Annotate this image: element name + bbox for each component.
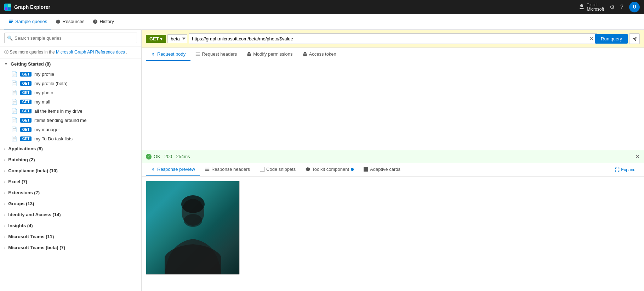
tab-request-headers[interactable]: Request headers	[190, 48, 242, 61]
category-batching-label: Batching (2)	[8, 157, 35, 162]
category-microsoft-teams-beta[interactable]: › Microsoft Teams (beta) (7)	[0, 242, 141, 253]
response-close-button[interactable]: ✕	[635, 153, 640, 160]
method-button[interactable]: GET ▾	[146, 35, 166, 43]
right-panel: GET ▾ beta v1.0 ✕ Run query Request body	[142, 30, 644, 291]
category-microsoft-teams-label: Microsoft Teams (11)	[8, 234, 54, 239]
chevron-right-icon: ›	[4, 169, 5, 173]
tab-response-preview-label: Response preview	[157, 167, 195, 172]
list-item[interactable]: 📄 GET my mail	[0, 97, 141, 106]
sidebar-scroll: ▼ Getting Started (8) 📄 GET my profile 📄…	[0, 58, 141, 291]
chevron-right-icon: ›	[4, 246, 5, 250]
category-extensions[interactable]: › Extensions (7)	[0, 187, 141, 198]
category-microsoft-teams-beta-label: Microsoft Teams (beta) (7)	[8, 245, 65, 250]
category-identity-access[interactable]: › Identity and Access (14)	[0, 209, 141, 220]
ok-circle-icon: ✓	[146, 154, 152, 160]
query-label: my photo	[34, 90, 53, 95]
share-button[interactable]	[629, 33, 640, 44]
category-compliance-beta[interactable]: › Compliance (beta) (10)	[0, 165, 141, 176]
brand-icon	[4, 4, 11, 11]
doc-icon: 📄	[11, 136, 17, 141]
doc-icon: 📄	[11, 71, 17, 77]
list-item[interactable]: 📄 GET my To Do task lists	[0, 134, 141, 143]
tab-adaptive-cards-label: Adaptive cards	[370, 167, 400, 172]
list-item[interactable]: 📄 GET my profile	[0, 69, 141, 79]
query-label: my profile (beta)	[34, 81, 68, 86]
tab-adaptive-cards[interactable]: Adaptive cards	[359, 163, 405, 176]
tab-response-headers[interactable]: Response headers	[200, 163, 255, 176]
url-input[interactable]	[189, 33, 597, 44]
category-applications[interactable]: › Applications (8)	[0, 143, 141, 154]
method-label: GET	[149, 36, 159, 41]
avatar[interactable]: U	[629, 2, 640, 12]
tab-code-snippets-label: Code snippets	[266, 167, 296, 172]
query-label: my To Do task lists	[34, 136, 73, 141]
category-groups[interactable]: › Groups (13)	[0, 198, 141, 209]
sidebar: 🔍 ⓘ See more queries in the Microsoft Gr…	[0, 30, 142, 291]
url-bar: GET ▾ beta v1.0 ✕ Run query	[142, 30, 644, 48]
tab-modify-permissions[interactable]: Modify permissions	[242, 48, 297, 61]
tab-response-headers-label: Response headers	[211, 167, 250, 172]
svg-marker-5	[306, 167, 310, 171]
list-item[interactable]: 📄 GET my photo	[0, 88, 141, 97]
status-ok: ✓ OK - 200 - 254ms	[146, 154, 190, 160]
expand-button[interactable]: Expand	[611, 167, 640, 172]
tab-request-body-label: Request body	[157, 51, 186, 57]
list-item[interactable]: 📄 GET my profile (beta)	[0, 79, 141, 88]
response-area: ✓ OK - 200 - 254ms ✕ Response preview Re…	[142, 150, 644, 291]
version-select[interactable]: beta v1.0	[167, 34, 187, 43]
search-input[interactable]	[4, 33, 137, 43]
tab-sample-queries-label: Sample queries	[15, 19, 47, 24]
tab-history[interactable]: History	[89, 14, 118, 29]
category-excel-label: Excel (7)	[8, 179, 27, 184]
tab-access-token[interactable]: Access token	[298, 48, 341, 61]
getting-started-queries: 📄 GET my profile 📄 GET my profile (beta)…	[0, 69, 141, 143]
status-text: OK - 200 - 254ms	[154, 154, 190, 159]
method-badge: GET	[20, 127, 32, 132]
query-label: my mail	[34, 99, 50, 105]
method-badge: GET	[20, 72, 32, 77]
category-excel[interactable]: › Excel (7)	[0, 176, 141, 187]
category-batching[interactable]: › Batching (2)	[0, 154, 141, 165]
top-nav: Graph Explorer Tenant Microsoft ⚙ ? U	[0, 0, 644, 14]
category-insights[interactable]: › Insights (4)	[0, 220, 141, 231]
tab-request-body[interactable]: Request body	[146, 48, 190, 61]
category-insights-label: Insights (4)	[8, 223, 33, 228]
tab-toolkit-component[interactable]: Toolkit component	[301, 163, 359, 176]
notification-dot	[351, 168, 354, 171]
svg-point-8	[184, 214, 202, 227]
doc-icon: 📄	[11, 80, 17, 86]
list-item[interactable]: 📄 GET items trending around me	[0, 116, 141, 125]
chevron-right-icon: ›	[4, 180, 5, 184]
run-query-button[interactable]: Run query	[595, 34, 628, 44]
query-label: all the items in my drive	[34, 108, 82, 114]
doc-icon: 📄	[11, 108, 17, 114]
settings-icon[interactable]: ⚙	[610, 4, 615, 11]
method-badge: GET	[20, 90, 32, 95]
url-clear-icon[interactable]: ✕	[589, 36, 594, 41]
list-item[interactable]: 📄 GET my manager	[0, 125, 141, 134]
category-extensions-label: Extensions (7)	[8, 190, 40, 195]
category-microsoft-teams[interactable]: › Microsoft Teams (11)	[0, 231, 141, 242]
list-item[interactable]: 📄 GET all the items in my drive	[0, 106, 141, 116]
response-content	[142, 177, 644, 291]
brand: Graph Explorer	[4, 4, 50, 11]
category-identity-access-label: Identity and Access (14)	[8, 212, 61, 217]
svg-point-9	[181, 195, 205, 213]
expand-label: Expand	[621, 167, 636, 172]
chevron-right-icon: ›	[4, 158, 5, 162]
tab-code-snippets[interactable]: Code snippets	[255, 163, 301, 176]
sidebar-info-link[interactable]: Microsoft Graph API Reference docs	[56, 50, 125, 55]
response-tabs: Response preview Response headers Code s…	[142, 163, 644, 177]
tab-response-preview[interactable]: Response preview	[146, 163, 200, 176]
chevron-right-icon: ›	[4, 202, 5, 206]
help-icon[interactable]: ?	[620, 4, 623, 10]
category-getting-started[interactable]: ▼ Getting Started (8)	[0, 58, 141, 69]
sub-nav: Sample queries Resources History	[0, 14, 644, 30]
method-badge: GET	[20, 100, 32, 104]
tab-sample-queries[interactable]: Sample queries	[4, 14, 51, 29]
search-icon: 🔍	[7, 35, 13, 41]
chevron-right-icon: ›	[4, 191, 5, 195]
chevron-right-icon: ›	[4, 213, 5, 217]
tab-resources[interactable]: Resources	[51, 14, 89, 29]
category-applications-label: Applications (8)	[8, 146, 43, 151]
